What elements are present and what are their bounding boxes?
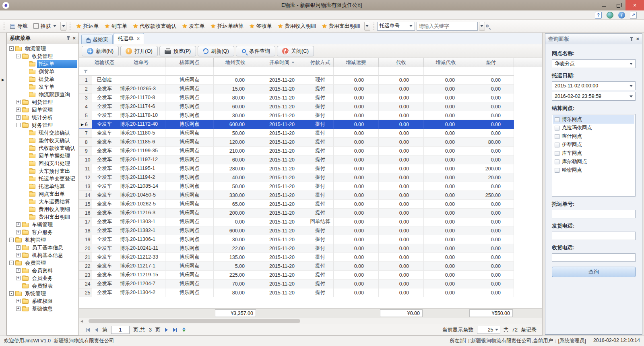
horizontal-scrollbar[interactable]: ◀	[79, 318, 542, 324]
tree-item[interactable]: 倒货单	[7, 68, 78, 75]
pin-icon[interactable]	[68, 36, 69, 40]
search-type-select[interactable]: 托运单号	[377, 22, 415, 31]
table-row[interactable]: 16 全发车 博乐20-11216-3 博乐网点 200.00 2015-11-…	[79, 209, 542, 218]
tree-item[interactable]: 费用支出明细	[7, 213, 78, 221]
column-header[interactable]: 垫付	[468, 58, 514, 67]
filter-cell[interactable]	[117, 67, 165, 76]
tree-item[interactable]: 现付交款确认	[7, 129, 78, 137]
settle-node-option[interactable]: 喀什网点	[553, 132, 634, 141]
table-row[interactable]: 18 全发车 博乐20-11382-1 博乐网点 600.00 2015-11-…	[79, 226, 542, 235]
column-header[interactable]: 开单时间	[257, 58, 307, 67]
expander-icon[interactable]: -	[16, 54, 21, 58]
toolbar-grip[interactable]	[4, 23, 5, 30]
sender-phone-input[interactable]	[552, 232, 636, 240]
action-button[interactable]: 新增(N)	[82, 46, 119, 56]
settle-node-option[interactable]: 哈密网点	[553, 166, 634, 174]
settle-node-option[interactable]: 库车网点	[553, 149, 634, 157]
tree-item[interactable]: + 机构基本信息	[7, 251, 78, 259]
checkbox-icon[interactable]	[555, 168, 559, 173]
table-row[interactable]: 19 全发车 博乐20-11306-1 博乐网点 30.00 2015-11-2…	[79, 235, 542, 244]
column-header[interactable]: 核算网点	[165, 58, 214, 67]
tree-item[interactable]: 垫付收支确认	[7, 137, 78, 144]
prev-page-button[interactable]	[94, 327, 99, 333]
table-row[interactable]: 7 全发车 博乐20-11180-5 博乐网点 50.00 2015-11-20…	[79, 129, 542, 138]
table-row[interactable]: 24 全发车 博乐20-11204-7 博乐网点 70.00 2015-11-2…	[79, 280, 542, 288]
favorite-shortcut[interactable]: ★ 发车单	[179, 23, 207, 30]
table-row[interactable]: 22 全发车 博乐20-11217-1 博乐网点 5.00 2015-11-20…	[79, 262, 542, 271]
query-button[interactable]: 查询	[552, 267, 636, 277]
date-to-select[interactable]: 2016-02-02 23:59:59	[552, 92, 636, 101]
action-button[interactable]: 预览(P)	[159, 46, 196, 56]
checkbox-icon[interactable]	[555, 117, 559, 122]
tree-item[interactable]: - 收货管理	[7, 52, 78, 60]
tree-item[interactable]: + 回单管理	[7, 106, 78, 114]
tree-item[interactable]: 发车单	[7, 83, 78, 91]
expander-icon[interactable]: +	[16, 108, 21, 112]
tree-item[interactable]: + 员工基本信息	[7, 244, 78, 251]
table-row[interactable]: ▶6 全发车 博乐20-11172-40 博乐网点 600.00 2015-11…	[79, 120, 542, 129]
filter-cell[interactable]	[214, 67, 257, 76]
table-row[interactable]: 8 全发车 博乐20-11185-6 博乐网点 120.00 2015-11-2…	[79, 138, 542, 147]
filter-cell[interactable]	[379, 67, 424, 76]
collapsed-panel-strip[interactable]: ▶	[0, 33, 6, 336]
tree-item[interactable]: - 财务管理	[7, 121, 78, 129]
tree-item[interactable]: - 机构管理	[7, 236, 78, 244]
tree-item[interactable]: + 到货管理	[7, 98, 78, 106]
table-row[interactable]: 5 全发车 博乐20-11178-10 博乐网点 30.00 2015-11-2…	[79, 111, 542, 120]
globe-icon[interactable]	[607, 12, 613, 19]
nav-button[interactable]: 导航	[7, 21, 31, 31]
column-header[interactable]: 增减运费	[334, 58, 379, 67]
expander-icon[interactable]: +	[16, 307, 21, 311]
info-icon[interactable]: i	[618, 12, 625, 19]
tree-item[interactable]: 托运单结算	[7, 182, 78, 190]
settle-node-option[interactable]: 克拉玛依网点	[553, 124, 634, 132]
tab-waybill[interactable]: 托运单 ×	[114, 33, 144, 44]
tree-item[interactable]: + 基础信息	[7, 305, 78, 313]
expander-icon[interactable]: +	[16, 222, 21, 227]
checkbox-icon[interactable]	[555, 134, 559, 139]
tree-item[interactable]: 大车预付支出	[7, 167, 78, 175]
tab-home[interactable]: 起始页	[81, 35, 113, 44]
minimize-button[interactable]	[597, 0, 611, 10]
help-doc-icon[interactable]: ?	[595, 12, 602, 19]
action-button[interactable]: 关闭(C)	[277, 46, 314, 56]
date-from-select[interactable]: 2015-11-02 0:00:00	[552, 81, 636, 90]
table-row[interactable]: 11 全发车 博乐20-11195-1 博乐网点 280.00 2015-11-…	[79, 164, 542, 173]
table-row[interactable]: 10 全发车 博乐20-11197-12 博乐网点 60.00 2015-11-…	[79, 155, 542, 164]
favorite-shortcut[interactable]: ★ 签收单	[246, 23, 275, 30]
tree-item[interactable]: 大车运费结算	[7, 198, 78, 205]
tree-item[interactable]: + 会员业务	[7, 274, 78, 282]
table-row[interactable]: 3 全发车 博乐20-11170-8 博乐网点 80.00 2015-11-20…	[79, 93, 542, 102]
search-overflow-button[interactable]	[479, 22, 485, 31]
close-button[interactable]: ×	[625, 0, 644, 10]
page-number-input[interactable]	[111, 326, 130, 334]
exit-icon[interactable]: ↗	[630, 12, 637, 19]
filter-cell[interactable]	[92, 67, 117, 76]
expander-icon[interactable]: -	[9, 261, 14, 265]
column-header[interactable]: 付款方式	[307, 58, 334, 67]
settle-node-option[interactable]: 伊犁网点	[553, 141, 634, 149]
table-row[interactable]: 21 全发车 博乐20-11212-33 博乐网点 135.00 2015-11…	[79, 253, 542, 262]
tree-item[interactable]: 网点支出单	[7, 190, 78, 198]
tree-item[interactable]: - 物流管理	[7, 45, 78, 52]
favorite-shortcut[interactable]: ★ 托运单结算	[208, 23, 246, 30]
expander-icon[interactable]: -	[9, 46, 14, 51]
action-button[interactable]: 刷新(Q)	[198, 46, 234, 56]
favorite-shortcut[interactable]: ★ 费用支出明细	[319, 23, 363, 30]
table-row[interactable]: 23 全发车 博乐20-11219-15 博乐网点 225.00 2015-11…	[79, 271, 542, 280]
table-row[interactable]: 13 全发车 博乐20-11085-14 博乐网点 50.00 2015-11-…	[79, 182, 542, 191]
search-icon[interactable]	[486, 25, 489, 27]
tree-item[interactable]: - 会员管理	[7, 259, 78, 267]
restore-button[interactable]	[611, 0, 625, 10]
expander-icon[interactable]: +	[16, 299, 21, 303]
search-input[interactable]	[417, 23, 486, 29]
filter-cell[interactable]	[424, 67, 468, 76]
filter-cell[interactable]	[257, 67, 307, 76]
expander-icon[interactable]: -	[9, 291, 14, 296]
toolbar-overflow-button[interactable]	[60, 22, 66, 31]
close-icon[interactable]: ×	[636, 37, 639, 41]
table-row[interactable]: 25 全发车 博乐20-11304-2 博乐网点 80.00 2015-11-2…	[79, 288, 542, 297]
scroll-left-icon[interactable]: ◀	[80, 319, 83, 323]
tree-item[interactable]: 回单单据处理	[7, 152, 78, 160]
tree-item[interactable]: - 系统管理	[7, 290, 78, 297]
